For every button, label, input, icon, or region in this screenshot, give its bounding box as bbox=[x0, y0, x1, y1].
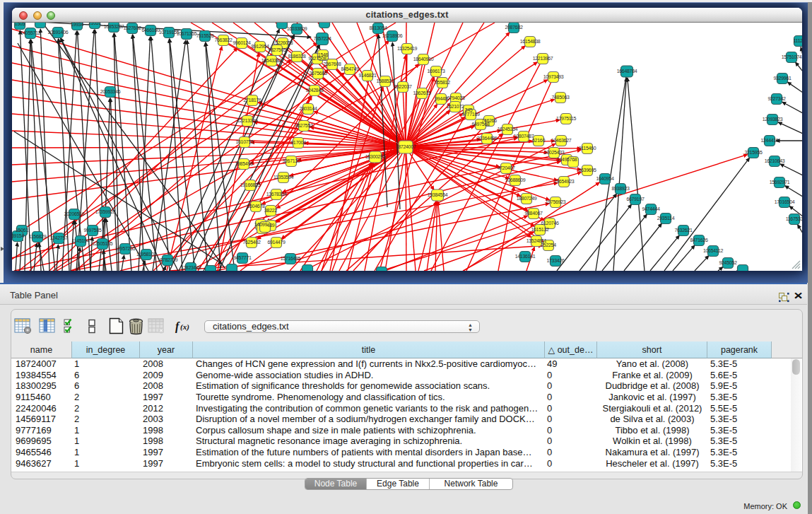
svg-text:1244415: 1244415 bbox=[760, 138, 779, 143]
svg-text:16782759: 16782759 bbox=[158, 257, 178, 262]
svg-text:16033809: 16033809 bbox=[287, 26, 307, 31]
svg-text:1527602: 1527602 bbox=[123, 25, 141, 30]
svg-text:16154838: 16154838 bbox=[520, 39, 541, 44]
svg-text:1546: 1546 bbox=[318, 52, 329, 57]
svg-text:15061: 15061 bbox=[16, 228, 28, 233]
svg-text:9242848: 9242848 bbox=[305, 88, 324, 93]
svg-text:12213967: 12213967 bbox=[533, 56, 553, 61]
svg-text:f: f bbox=[175, 320, 180, 333]
svg-text:7515526: 7515526 bbox=[196, 33, 214, 38]
svg-text:1588520: 1588520 bbox=[376, 78, 394, 83]
svg-text:1640954: 1640954 bbox=[596, 176, 614, 181]
svg-text:1615132: 1615132 bbox=[531, 227, 549, 232]
svg-text:16648784: 16648784 bbox=[617, 69, 637, 74]
svg-text:8454749: 8454749 bbox=[341, 66, 359, 71]
svg-text:7625402: 7625402 bbox=[242, 240, 261, 245]
svg-text:9146821: 9146821 bbox=[358, 73, 377, 78]
svg-text:7632621: 7632621 bbox=[674, 228, 693, 233]
svg-text:6679197: 6679197 bbox=[626, 197, 645, 201]
svg-text:8471626: 8471626 bbox=[690, 238, 708, 243]
svg-text:4720407: 4720407 bbox=[497, 165, 515, 170]
svg-text:15226058: 15226058 bbox=[273, 40, 293, 45]
svg-text:19166825: 19166825 bbox=[240, 182, 261, 187]
svg-text:3675685: 3675685 bbox=[309, 71, 327, 76]
svg-text:9960124: 9960124 bbox=[233, 40, 251, 45]
svg-text:8813054: 8813054 bbox=[369, 25, 387, 30]
svg-text:12093823: 12093823 bbox=[763, 117, 783, 122]
svg-text:1156829: 1156829 bbox=[29, 234, 47, 239]
svg-text:18807249: 18807249 bbox=[517, 196, 537, 201]
svg-text:14055712: 14055712 bbox=[20, 30, 41, 35]
svg-text:8938923: 8938923 bbox=[611, 186, 630, 191]
svg-text:7357224: 7357224 bbox=[313, 36, 331, 41]
svg-text:9474444: 9474444 bbox=[642, 206, 660, 211]
svg-text:19218906: 19218906 bbox=[382, 33, 403, 38]
svg-text:9115460: 9115460 bbox=[579, 146, 596, 151]
svg-text:11353594: 11353594 bbox=[273, 175, 294, 180]
svg-text:11325419: 11325419 bbox=[397, 46, 418, 51]
svg-text:2718176: 2718176 bbox=[243, 98, 261, 103]
svg-text:252254: 252254 bbox=[541, 243, 556, 247]
svg-text:10853287: 10853287 bbox=[104, 24, 124, 29]
svg-text:17957255: 17957255 bbox=[115, 246, 136, 251]
svg-text:19654923: 19654923 bbox=[554, 179, 575, 184]
svg-text:9884067: 9884067 bbox=[524, 211, 543, 216]
svg-text:14495768: 14495768 bbox=[557, 157, 577, 162]
svg-text:18640910: 18640910 bbox=[413, 57, 434, 62]
svg-text:17016504: 17016504 bbox=[775, 199, 795, 204]
svg-text:3267130: 3267130 bbox=[282, 158, 300, 163]
svg-text:10025433: 10025433 bbox=[544, 150, 565, 155]
svg-text:38222: 38222 bbox=[264, 208, 277, 213]
svg-text:13678334: 13678334 bbox=[266, 192, 287, 197]
svg-text:6914479: 6914479 bbox=[267, 240, 286, 245]
svg-text:6639695: 6639695 bbox=[578, 168, 596, 173]
svg-text:9457771: 9457771 bbox=[233, 255, 252, 260]
svg-text:10688609: 10688609 bbox=[505, 177, 526, 182]
svg-text:1167533: 1167533 bbox=[786, 216, 802, 221]
svg-text:9245052: 9245052 bbox=[719, 260, 737, 265]
svg-text:8186328: 8186328 bbox=[288, 54, 306, 59]
svg-text:9327505: 9327505 bbox=[268, 47, 286, 52]
svg-text:1696173: 1696173 bbox=[427, 69, 445, 74]
svg-text:10973493: 10973493 bbox=[543, 74, 564, 79]
svg-text:10654112: 10654112 bbox=[703, 248, 724, 253]
svg-text:2087682: 2087682 bbox=[505, 25, 523, 30]
svg-text:955812: 955812 bbox=[435, 80, 450, 85]
svg-text:99448: 99448 bbox=[435, 96, 447, 101]
svg-text:1242757: 1242757 bbox=[49, 235, 68, 240]
svg-text:1362615: 1362615 bbox=[413, 90, 431, 95]
svg-text:11958107: 11958107 bbox=[136, 252, 157, 257]
svg-text:16543382: 16543382 bbox=[261, 58, 282, 63]
svg-text:1505: 1505 bbox=[15, 23, 25, 26]
svg-text:9227342: 9227342 bbox=[767, 96, 786, 101]
svg-text:7663822: 7663822 bbox=[214, 37, 233, 42]
svg-text:7485063: 7485063 bbox=[551, 95, 570, 100]
svg-text:14099: 14099 bbox=[254, 222, 267, 227]
svg-text:1733426: 1733426 bbox=[546, 258, 565, 263]
svg-text:17359928: 17359928 bbox=[95, 209, 116, 214]
svg-text:15716485: 15716485 bbox=[281, 256, 301, 261]
svg-text:6466160: 6466160 bbox=[141, 28, 160, 33]
svg-text:17975115: 17975115 bbox=[556, 116, 577, 121]
svg-text:19384554: 19384554 bbox=[428, 192, 448, 197]
svg-text:917004: 917004 bbox=[290, 140, 306, 145]
svg-text:489: 489 bbox=[267, 223, 275, 228]
svg-text:11124: 11124 bbox=[794, 38, 802, 43]
svg-text:2935114: 2935114 bbox=[657, 216, 675, 221]
svg-text:16245334: 16245334 bbox=[498, 127, 518, 132]
svg-text:9777169: 9777169 bbox=[461, 112, 480, 117]
svg-text:14136141: 14136141 bbox=[515, 254, 536, 259]
svg-text:15692971: 15692971 bbox=[770, 180, 790, 185]
svg-text:2367608: 2367608 bbox=[323, 62, 341, 66]
svg-text:20364486: 20364486 bbox=[477, 136, 498, 141]
svg-text:10671355: 10671355 bbox=[177, 31, 197, 36]
svg-text:19756923: 19756923 bbox=[546, 199, 566, 204]
svg-text:1145194: 1145194 bbox=[72, 238, 90, 243]
svg-text:(x): (x) bbox=[180, 322, 189, 332]
svg-text:16210643: 16210643 bbox=[765, 158, 785, 163]
svg-text:39154: 39154 bbox=[12, 233, 24, 238]
svg-text:9997585: 9997585 bbox=[83, 228, 102, 233]
svg-text:6794028: 6794028 bbox=[447, 95, 465, 100]
svg-text:6322037: 6322037 bbox=[394, 84, 412, 89]
svg-text:15751074: 15751074 bbox=[782, 54, 802, 59]
